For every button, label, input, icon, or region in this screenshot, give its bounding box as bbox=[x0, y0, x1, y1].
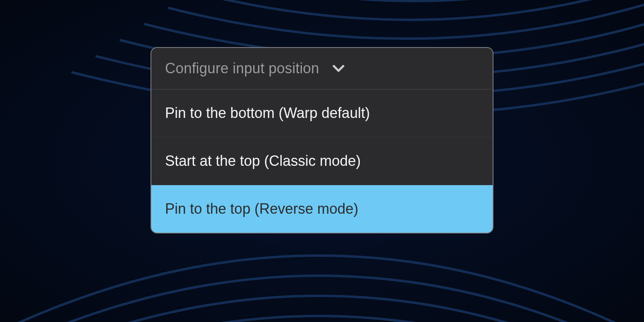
option-label: Pin to the top (Reverse mode) bbox=[165, 200, 358, 217]
chevron-down-icon bbox=[330, 60, 347, 76]
option-pin-top[interactable]: Pin to the top (Reverse mode) bbox=[151, 185, 493, 233]
option-start-top[interactable]: Start at the top (Classic mode) bbox=[151, 137, 493, 185]
input-position-dropdown[interactable]: Configure input position Pin to the bott… bbox=[151, 47, 493, 233]
dropdown-title: Configure input position bbox=[165, 60, 319, 77]
option-pin-bottom[interactable]: Pin to the bottom (Warp default) bbox=[151, 89, 493, 137]
option-label: Start at the top (Classic mode) bbox=[165, 153, 361, 169]
option-label: Pin to the bottom (Warp default) bbox=[165, 105, 370, 121]
dropdown-header[interactable]: Configure input position bbox=[151, 48, 493, 89]
